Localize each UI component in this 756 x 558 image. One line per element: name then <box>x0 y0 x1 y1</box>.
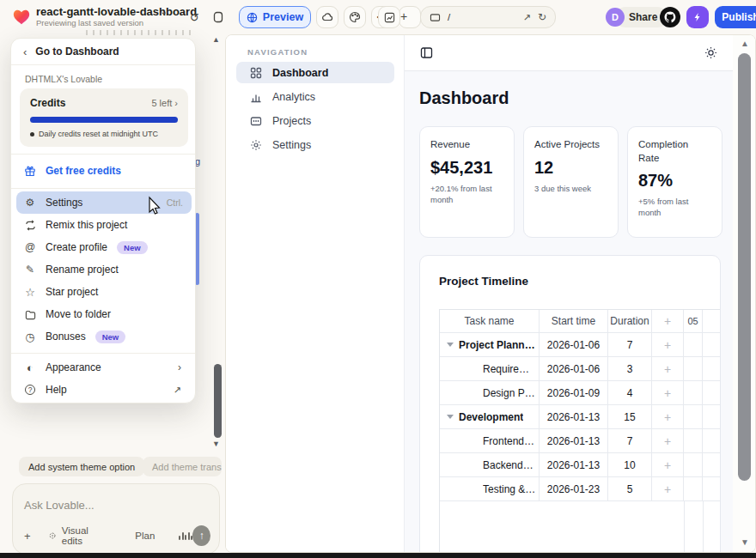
chevron-left-icon: ‹ <box>23 45 27 58</box>
task-name: Design Phase <box>483 387 536 399</box>
scroll-up-icon[interactable]: ▲ <box>741 39 749 48</box>
upgrade-button[interactable] <box>686 6 709 28</box>
device-icon <box>430 13 441 22</box>
table-row[interactable]: Testing & QA 2026-01-23 5 + <box>440 477 720 501</box>
chevron-down-icon[interactable]: ⌄ <box>160 6 168 17</box>
col-start-time[interactable]: Start time <box>540 310 608 332</box>
cloud-button[interactable] <box>316 6 338 28</box>
task-start: 2026-01-13 <box>540 453 608 476</box>
gantt-cell <box>684 405 703 428</box>
suggestion-chip[interactable]: Add system theme option <box>19 457 144 476</box>
chat-input-placeholder[interactable]: Ask Lovable... <box>24 499 94 512</box>
chat-scroll-up-icon[interactable]: ▲ <box>212 35 220 44</box>
attach-icon[interactable]: + <box>24 530 31 543</box>
crosshair-icon <box>48 531 57 541</box>
plan-button[interactable]: Plan <box>135 531 155 541</box>
voice-icon[interactable] <box>179 532 192 540</box>
chat-scroll-down-icon[interactable]: ▼ <box>212 440 220 448</box>
panel-icon[interactable] <box>212 11 224 23</box>
preview-button[interactable]: Preview <box>239 6 311 28</box>
task-start: 2026-01-13 <box>540 429 608 452</box>
table-row[interactable]: Development 2026-01-13 15 + <box>440 405 720 429</box>
table-row[interactable]: Design Phase 2026-01-09 4 + <box>440 381 720 405</box>
gantt-cell <box>684 381 703 404</box>
metric-cards: Revenue $45,231 +20.1% from last month A… <box>419 126 722 238</box>
send-button[interactable]: ↑ <box>192 525 210 546</box>
preview-scrollbar[interactable]: ▲ ▼ <box>733 35 755 552</box>
avatar[interactable]: D <box>606 8 625 27</box>
col-task-name[interactable]: Task name <box>440 310 540 332</box>
sidebar-toggle-icon[interactable] <box>420 46 433 59</box>
task-name: Requiremen... <box>483 363 536 375</box>
task-start: 2026-01-13 <box>540 405 608 428</box>
table-row[interactable]: Project Planning 2026-01-06 7 + <box>440 333 720 357</box>
menu-shortcut: Ctrl. <box>167 197 183 208</box>
nav-item-analytics[interactable]: Analytics <box>236 86 394 107</box>
theme-button[interactable] <box>344 6 366 28</box>
add-task-icon[interactable]: + <box>652 357 684 380</box>
table-row[interactable]: Frontend Im... 2026-01-13 7 + <box>440 429 720 453</box>
task-name: Backend Im... <box>483 459 536 471</box>
history-icon[interactable]: ↺ <box>190 11 202 23</box>
gantt-empty-area <box>440 501 720 553</box>
chart-button[interactable] <box>378 6 400 28</box>
add-tab-icon[interactable]: + <box>400 9 407 23</box>
preview-scrollbar-thumb[interactable] <box>738 53 751 481</box>
menu-item-label: Star project <box>46 286 98 298</box>
visual-edits-button[interactable]: Visual edits <box>48 525 105 546</box>
menu-item-label: Remix this project <box>46 219 127 231</box>
menu-item-create-profile[interactable]: @ Create profile New <box>16 236 192 258</box>
add-task-icon[interactable]: + <box>652 453 684 476</box>
nav-item-projects[interactable]: Projects <box>236 110 394 131</box>
add-task-icon[interactable]: + <box>652 381 684 404</box>
go-to-dashboard-item[interactable]: ‹ Go to Dashboard <box>11 39 195 65</box>
nav-item-dashboard[interactable]: Dashboard <box>236 62 394 83</box>
add-column-icon[interactable]: + <box>652 310 684 332</box>
menu-item-bonuses[interactable]: ◷ Bonuses New <box>16 325 192 348</box>
workspace-label: DHTMLX's Lovable <box>25 74 102 84</box>
scroll-down-icon[interactable]: ▼ <box>741 537 749 547</box>
github-button[interactable] <box>660 7 680 27</box>
url-path[interactable]: / <box>448 12 516 22</box>
credits-remaining[interactable]: 5 left › <box>151 98 178 108</box>
add-task-icon[interactable]: + <box>652 477 684 500</box>
menu-item-move-to-folder[interactable]: Move to folder <box>16 303 192 325</box>
chat-scrollbar-thumb[interactable] <box>214 364 222 438</box>
add-task-icon[interactable]: + <box>652 405 684 428</box>
theme-sun-icon[interactable] <box>704 46 717 59</box>
publish-button[interactable]: Publish <box>715 6 756 28</box>
collapse-icon[interactable] <box>447 415 454 419</box>
menu-item-appearance[interactable]: ◐ Appearance › <box>16 356 192 379</box>
menu-item-star[interactable]: ☆ Star project <box>16 281 192 303</box>
menu-item-remix[interactable]: Remix this project <box>16 214 192 236</box>
new-badge: New <box>95 331 126 343</box>
add-task-icon[interactable]: + <box>652 429 684 452</box>
star-icon: ☆ <box>24 286 36 298</box>
visual-edits-label: Visual edits <box>62 525 105 546</box>
task-duration: 7 <box>608 429 652 452</box>
back-label: Go to Dashboard <box>35 45 119 58</box>
table-row[interactable]: Requiremen... 2026-01-06 3 + <box>440 357 720 381</box>
nav-item-label: Settings <box>272 139 311 151</box>
metric-label: Completion Rate <box>638 138 711 165</box>
menu-item-label: Rename project <box>46 264 119 276</box>
credits-card[interactable]: Credits 5 left › Daily credits reset at … <box>20 88 188 147</box>
nav-item-settings[interactable]: Settings <box>236 134 394 155</box>
preview-panel: NAVIGATION Dashboard Analytics Projects <box>225 34 756 553</box>
chat-input-card[interactable]: Ask Lovable... + Visual edits Plan ↑ <box>12 483 220 555</box>
table-header-row: Task name Start time Duration + 05 <box>440 310 720 333</box>
add-task-icon[interactable]: + <box>652 333 684 356</box>
col-duration[interactable]: Duration <box>608 310 652 332</box>
suggestion-chip[interactable]: Add theme trans <box>143 457 222 476</box>
menu-item-help[interactable]: ? Help ↗ <box>16 379 192 401</box>
menu-item-rename[interactable]: ✎ Rename project <box>16 258 192 281</box>
table-row[interactable]: Backend Im... 2026-01-13 10 + <box>440 453 720 477</box>
get-free-credits-item[interactable]: Get free credits <box>16 160 192 182</box>
menu-item-settings[interactable]: ⚙ Settings Ctrl. <box>16 191 192 214</box>
url-bar[interactable]: / ↗ ↻ <box>420 6 556 28</box>
refresh-icon[interactable]: ↻ <box>538 11 546 23</box>
open-external-icon[interactable]: ↗ <box>523 12 531 23</box>
collapse-icon[interactable] <box>447 343 454 347</box>
window-bottom-edge <box>0 553 756 558</box>
project-name[interactable]: react-gantt-lovable-dashboard <box>36 5 197 18</box>
